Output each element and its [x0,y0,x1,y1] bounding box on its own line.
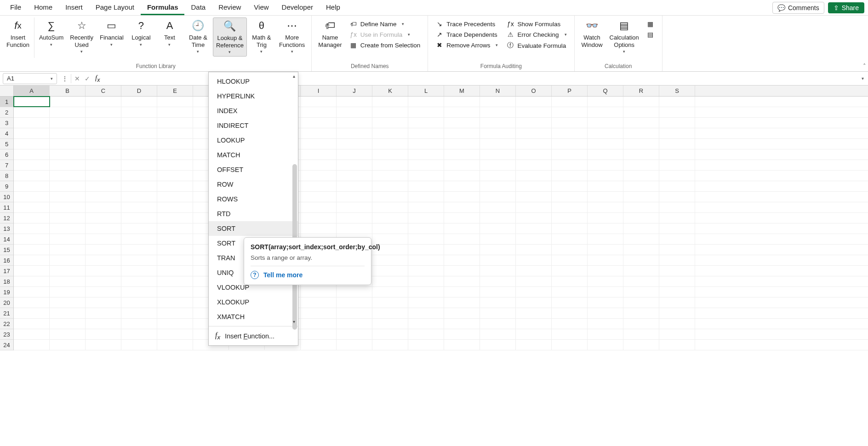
cell[interactable] [157,192,193,202]
cell[interactable] [623,128,659,138]
cell[interactable] [372,213,408,223]
insert-function-button[interactable]: fx Insert Function [4,17,32,50]
cell[interactable] [337,223,372,234]
cell[interactable] [516,213,552,223]
column-header[interactable]: P [552,86,588,96]
cell[interactable] [408,255,444,265]
cell[interactable] [86,223,121,234]
cell[interactable] [623,149,659,160]
trace-dependents-button[interactable]: ↗Trace Dependents [434,30,500,39]
cell[interactable] [157,329,193,339]
dropdown-item-row[interactable]: ROW [209,177,298,192]
row-header[interactable]: 2 [0,107,13,118]
cell[interactable] [444,266,480,276]
cell[interactable] [659,266,695,276]
cell[interactable] [588,181,623,191]
cell[interactable] [659,192,695,202]
cell[interactable] [301,329,337,339]
cell[interactable] [623,118,659,128]
cell[interactable] [480,319,516,329]
cell[interactable] [121,149,157,160]
cell[interactable] [372,149,408,160]
cell[interactable] [157,171,193,181]
row-header[interactable]: 19 [0,287,13,297]
cell[interactable] [552,245,588,255]
cell[interactable] [301,308,337,318]
cell[interactable] [588,340,623,350]
cell[interactable] [444,149,480,160]
cell[interactable] [408,107,444,117]
cell[interactable] [480,192,516,202]
cell[interactable] [444,107,480,117]
cell[interactable] [552,340,588,350]
cell[interactable] [14,97,50,107]
cell[interactable] [121,234,157,244]
cell[interactable] [588,308,623,318]
cell[interactable] [588,213,623,223]
cell[interactable] [552,160,588,170]
cell[interactable] [408,160,444,170]
cell[interactable] [408,118,444,128]
cell[interactable] [516,192,552,202]
accept-formula-button[interactable]: ✓ [82,75,92,82]
row-header[interactable]: 22 [0,319,13,329]
cell[interactable] [14,245,50,255]
cell[interactable] [337,297,372,308]
cell[interactable] [372,139,408,149]
cell[interactable] [50,329,86,339]
cell[interactable] [86,149,121,160]
cell[interactable] [86,107,121,117]
cell[interactable] [516,297,552,308]
more-functions-button[interactable]: ⋯ More Functions ▾ [276,17,308,56]
cell[interactable] [588,118,623,128]
cell[interactable] [86,118,121,128]
cell[interactable] [157,128,193,138]
cell[interactable] [121,223,157,234]
cell[interactable] [157,276,193,286]
cell[interactable] [50,202,86,212]
cell[interactable] [659,287,695,297]
cell[interactable] [588,139,623,149]
dropdown-item-sort[interactable]: SORT [209,221,298,236]
cell[interactable] [157,255,193,265]
cell[interactable] [372,202,408,212]
cell[interactable] [14,107,50,117]
cell[interactable] [50,319,86,329]
cell[interactable] [50,287,86,297]
cell[interactable] [372,97,408,107]
cell[interactable] [480,287,516,297]
row-header[interactable]: 7 [0,160,13,171]
cell[interactable] [552,149,588,160]
cell[interactable] [121,276,157,286]
row-header[interactable]: 1 [0,97,13,107]
cell[interactable] [121,319,157,329]
cell[interactable] [372,276,408,286]
create-from-selection-button[interactable]: ▦Create from Selection [348,40,423,50]
cell[interactable] [552,276,588,286]
cell[interactable] [337,308,372,318]
row-header[interactable]: 12 [0,213,13,223]
cell[interactable] [444,276,480,286]
cell[interactable] [86,139,121,149]
dropdown-item-hyperlink[interactable]: HYPERLINK [209,89,298,103]
cell[interactable] [14,297,50,308]
cell[interactable] [14,255,50,265]
cell[interactable] [50,118,86,128]
row-header[interactable]: 4 [0,128,13,139]
cell[interactable] [659,181,695,191]
cell[interactable] [337,181,372,191]
row-header[interactable]: 17 [0,266,13,276]
select-all-corner[interactable] [0,86,14,97]
cell[interactable] [408,171,444,181]
cell[interactable] [372,266,408,276]
column-header[interactable]: J [337,86,372,96]
column-header[interactable]: S [659,86,695,96]
cell[interactable] [588,107,623,117]
dropdown-item-rows[interactable]: ROWS [209,192,298,206]
cell[interactable] [623,340,659,350]
cell[interactable] [121,287,157,297]
cell[interactable] [659,340,695,350]
cell[interactable] [659,213,695,223]
cell[interactable] [337,139,372,149]
cell[interactable] [623,171,659,181]
